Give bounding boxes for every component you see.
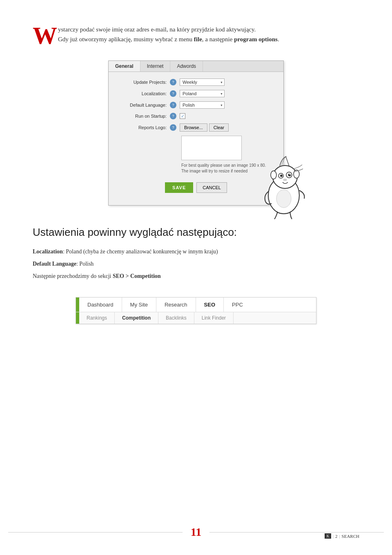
body-line-navigation: Następnie przechodzimy do sekcji SEO > C… xyxy=(33,271,359,281)
body-line-localization: Localization: Poland (chyba że chcemy an… xyxy=(33,247,359,257)
menu-item-seo[interactable]: SEO xyxy=(196,298,224,312)
body-line-language: Default Language: Polish xyxy=(33,259,359,269)
select-wrapper-localization: Poland xyxy=(180,90,225,97)
text-language: : Polish xyxy=(76,261,94,267)
submenu-item-competition[interactable]: Competition xyxy=(115,312,158,324)
checkbox-startup[interactable]: ✓ xyxy=(180,113,185,119)
menu-submenu: Rankings Competition Backlinks Link Find… xyxy=(76,312,316,324)
menu-item-mysite[interactable]: My Site xyxy=(122,298,156,312)
svg-point-8 xyxy=(290,174,291,175)
select-update-projects[interactable]: Weekly xyxy=(180,78,225,86)
select-wrapper-language: Polish xyxy=(180,101,225,109)
label-update-projects: Update Projects: xyxy=(117,80,170,85)
cancel-button[interactable]: CANCEL xyxy=(196,182,227,193)
logo-preview-box xyxy=(181,136,242,160)
submenu-item-backlinks[interactable]: Backlinks xyxy=(158,312,194,324)
bold-language: Default Language xyxy=(33,261,76,267)
drop-cap: W xyxy=(33,27,57,45)
form-row-localization: Localization: ? Poland xyxy=(117,90,275,97)
footer-divider2: | xyxy=(339,534,340,539)
select-wrapper-update: Weekly xyxy=(180,78,225,86)
menu-item-research[interactable]: Research xyxy=(156,298,196,312)
section-heading: Ustawienia powinny wyglądać następująco: xyxy=(33,226,359,239)
dialog-footer: SAVE CANCEL xyxy=(117,182,275,197)
label-run-on-startup: Run on Startup: xyxy=(117,114,170,119)
menu-with-bar: Dashboard My Site Research SEO PPC xyxy=(76,298,316,312)
text-localization: : Poland (chyba że chcemy analizować kon… xyxy=(63,248,218,255)
bold-seo-competition: SEO > Competition xyxy=(113,273,161,279)
svg-point-10 xyxy=(276,190,291,208)
select-default-language[interactable]: Polish xyxy=(180,101,225,109)
select-localization[interactable]: Poland xyxy=(180,90,225,97)
menu-left-accent xyxy=(76,298,79,312)
help-icon-update[interactable]: ? xyxy=(170,79,176,85)
tab-adwords[interactable]: Adwords xyxy=(170,61,203,72)
menu-bar: Dashboard My Site Research SEO PPC Ranki… xyxy=(76,297,316,324)
label-reports-logo: Reports Logo: xyxy=(117,125,170,130)
page: Wystarczy podać swoje imię oraz adres e-… xyxy=(0,0,392,555)
menu-container: Dashboard My Site Research SEO PPC Ranki… xyxy=(33,297,359,324)
tab-internet[interactable]: Internet xyxy=(140,61,171,72)
help-icon-logo[interactable]: ? xyxy=(170,124,176,131)
tab-general[interactable]: General xyxy=(109,61,140,72)
help-icon-language[interactable]: ? xyxy=(170,102,176,108)
intro-line2: Gdy już otworzymy aplikację, musimy wybr… xyxy=(58,36,279,43)
help-icon-localization[interactable]: ? xyxy=(170,90,176,97)
footer-right: K | 2 | SEARCH xyxy=(325,533,359,539)
page-number: 11 xyxy=(191,526,201,539)
dialog-container: General Internet Adwords Update Projects… xyxy=(33,60,359,206)
label-default-language: Default Language: xyxy=(117,103,170,107)
submenu-item-linkfinder[interactable]: Link Finder xyxy=(194,312,234,324)
bold-localization: Localization xyxy=(33,248,63,255)
form-row-logo: Reports Logo: ? Browse... Clear xyxy=(117,123,275,132)
menu-top: Dashboard My Site Research SEO PPC xyxy=(79,298,251,312)
submenu-item-rankings[interactable]: Rankings xyxy=(79,312,115,324)
form-row-startup: Run on Startup: ? ✓ xyxy=(117,113,275,119)
help-icon-startup[interactable]: ? xyxy=(170,113,176,119)
dialog-tabs: General Internet Adwords xyxy=(109,61,283,72)
menu-item-ppc[interactable]: PPC xyxy=(224,298,251,312)
clear-button[interactable]: Clear xyxy=(209,123,229,132)
mascot-illustration xyxy=(257,154,310,220)
footer-line-right xyxy=(209,532,384,533)
form-row-update: Update Projects: ? Weekly xyxy=(117,78,275,86)
form-row-language: Default Language: ? Polish xyxy=(117,101,275,109)
intro-paragraph: Wystarczy podać swoje imię oraz adres e-… xyxy=(33,25,359,44)
svg-point-9 xyxy=(283,179,287,181)
svg-point-1 xyxy=(273,166,297,188)
footer-search: SEARCH xyxy=(342,534,359,539)
label-localization: Localization: xyxy=(117,91,170,96)
svg-point-5 xyxy=(280,175,283,177)
text-navigation-prefix: Następnie przechodzimy do sekcji xyxy=(33,273,113,279)
svg-point-2 xyxy=(271,171,276,179)
footer-k-label: K xyxy=(325,533,331,539)
menu-item-dashboard[interactable]: Dashboard xyxy=(79,298,122,312)
footer-divider: | xyxy=(333,534,334,539)
footer-num: 2 xyxy=(335,534,338,539)
browse-button[interactable]: Browse... xyxy=(180,123,207,132)
intro-line1: ystarczy podać swoje imię oraz adres e-m… xyxy=(58,26,256,33)
save-button[interactable]: SAVE xyxy=(165,182,193,193)
footer-line-left xyxy=(8,532,183,533)
